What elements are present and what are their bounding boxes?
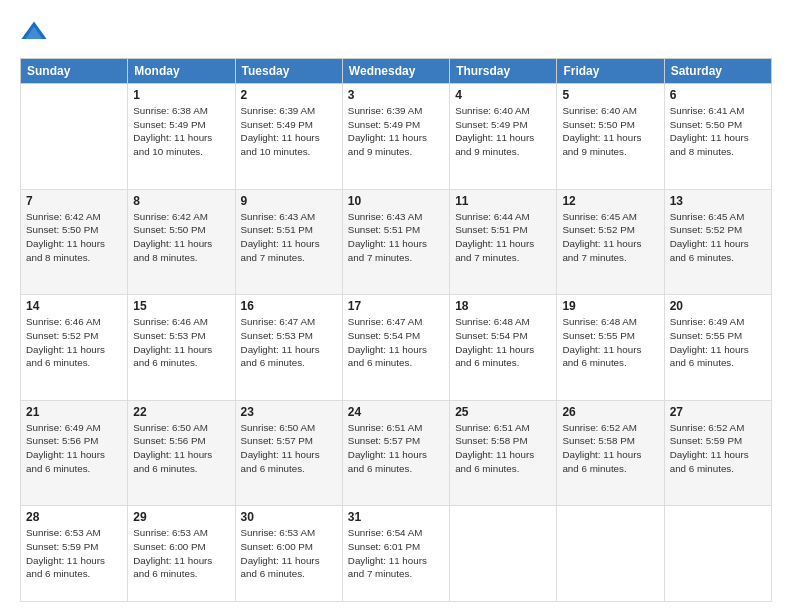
calendar-week-4: 21Sunrise: 6:49 AMSunset: 5:56 PMDayligh… [21,400,772,506]
day-number: 7 [26,194,122,208]
cell-info: Sunrise: 6:53 AMSunset: 6:00 PMDaylight:… [133,526,229,581]
cell-info: Sunrise: 6:49 AMSunset: 5:56 PMDaylight:… [26,421,122,476]
cell-info: Sunrise: 6:41 AMSunset: 5:50 PMDaylight:… [670,104,766,159]
calendar-cell: 22Sunrise: 6:50 AMSunset: 5:56 PMDayligh… [128,400,235,506]
calendar-cell: 8Sunrise: 6:42 AMSunset: 5:50 PMDaylight… [128,189,235,295]
day-number: 17 [348,299,444,313]
generalblue-icon [20,18,48,46]
calendar-cell: 15Sunrise: 6:46 AMSunset: 5:53 PMDayligh… [128,295,235,401]
calendar-cell: 25Sunrise: 6:51 AMSunset: 5:58 PMDayligh… [450,400,557,506]
cell-info: Sunrise: 6:39 AMSunset: 5:49 PMDaylight:… [348,104,444,159]
calendar-week-2: 7Sunrise: 6:42 AMSunset: 5:50 PMDaylight… [21,189,772,295]
cell-info: Sunrise: 6:53 AMSunset: 6:00 PMDaylight:… [241,526,337,581]
day-number: 21 [26,405,122,419]
day-number: 9 [241,194,337,208]
calendar-cell: 3Sunrise: 6:39 AMSunset: 5:49 PMDaylight… [342,84,449,190]
day-number: 23 [241,405,337,419]
day-number: 3 [348,88,444,102]
cell-info: Sunrise: 6:45 AMSunset: 5:52 PMDaylight:… [562,210,658,265]
cell-info: Sunrise: 6:42 AMSunset: 5:50 PMDaylight:… [133,210,229,265]
calendar-week-1: 1Sunrise: 6:38 AMSunset: 5:49 PMDaylight… [21,84,772,190]
calendar-cell [21,84,128,190]
calendar-cell: 5Sunrise: 6:40 AMSunset: 5:50 PMDaylight… [557,84,664,190]
calendar-cell: 20Sunrise: 6:49 AMSunset: 5:55 PMDayligh… [664,295,771,401]
day-number: 6 [670,88,766,102]
calendar-cell: 31Sunrise: 6:54 AMSunset: 6:01 PMDayligh… [342,506,449,602]
cell-info: Sunrise: 6:51 AMSunset: 5:57 PMDaylight:… [348,421,444,476]
calendar-cell: 27Sunrise: 6:52 AMSunset: 5:59 PMDayligh… [664,400,771,506]
day-number: 10 [348,194,444,208]
cell-info: Sunrise: 6:47 AMSunset: 5:54 PMDaylight:… [348,315,444,370]
day-number: 5 [562,88,658,102]
cell-info: Sunrise: 6:44 AMSunset: 5:51 PMDaylight:… [455,210,551,265]
calendar: SundayMondayTuesdayWednesdayThursdayFrid… [20,58,772,602]
calendar-cell: 18Sunrise: 6:48 AMSunset: 5:54 PMDayligh… [450,295,557,401]
cell-info: Sunrise: 6:50 AMSunset: 5:57 PMDaylight:… [241,421,337,476]
day-number: 20 [670,299,766,313]
calendar-cell [557,506,664,602]
cell-info: Sunrise: 6:40 AMSunset: 5:50 PMDaylight:… [562,104,658,159]
calendar-cell: 14Sunrise: 6:46 AMSunset: 5:52 PMDayligh… [21,295,128,401]
weekday-header-thursday: Thursday [450,59,557,84]
day-number: 2 [241,88,337,102]
day-number: 26 [562,405,658,419]
cell-info: Sunrise: 6:46 AMSunset: 5:52 PMDaylight:… [26,315,122,370]
day-number: 14 [26,299,122,313]
weekday-header-row: SundayMondayTuesdayWednesdayThursdayFrid… [21,59,772,84]
calendar-cell: 23Sunrise: 6:50 AMSunset: 5:57 PMDayligh… [235,400,342,506]
calendar-cell: 9Sunrise: 6:43 AMSunset: 5:51 PMDaylight… [235,189,342,295]
weekday-header-monday: Monday [128,59,235,84]
cell-info: Sunrise: 6:54 AMSunset: 6:01 PMDaylight:… [348,526,444,581]
day-number: 1 [133,88,229,102]
calendar-week-3: 14Sunrise: 6:46 AMSunset: 5:52 PMDayligh… [21,295,772,401]
weekday-header-sunday: Sunday [21,59,128,84]
day-number: 18 [455,299,551,313]
cell-info: Sunrise: 6:52 AMSunset: 5:58 PMDaylight:… [562,421,658,476]
cell-info: Sunrise: 6:43 AMSunset: 5:51 PMDaylight:… [241,210,337,265]
day-number: 27 [670,405,766,419]
cell-info: Sunrise: 6:53 AMSunset: 5:59 PMDaylight:… [26,526,122,581]
day-number: 31 [348,510,444,524]
calendar-cell: 29Sunrise: 6:53 AMSunset: 6:00 PMDayligh… [128,506,235,602]
logo [20,18,52,46]
calendar-cell: 13Sunrise: 6:45 AMSunset: 5:52 PMDayligh… [664,189,771,295]
page: SundayMondayTuesdayWednesdayThursdayFrid… [0,0,792,612]
cell-info: Sunrise: 6:49 AMSunset: 5:55 PMDaylight:… [670,315,766,370]
calendar-cell: 7Sunrise: 6:42 AMSunset: 5:50 PMDaylight… [21,189,128,295]
header [20,18,772,46]
calendar-cell: 28Sunrise: 6:53 AMSunset: 5:59 PMDayligh… [21,506,128,602]
calendar-cell: 30Sunrise: 6:53 AMSunset: 6:00 PMDayligh… [235,506,342,602]
day-number: 8 [133,194,229,208]
cell-info: Sunrise: 6:48 AMSunset: 5:55 PMDaylight:… [562,315,658,370]
calendar-cell: 11Sunrise: 6:44 AMSunset: 5:51 PMDayligh… [450,189,557,295]
weekday-header-wednesday: Wednesday [342,59,449,84]
cell-info: Sunrise: 6:52 AMSunset: 5:59 PMDaylight:… [670,421,766,476]
cell-info: Sunrise: 6:51 AMSunset: 5:58 PMDaylight:… [455,421,551,476]
calendar-cell: 16Sunrise: 6:47 AMSunset: 5:53 PMDayligh… [235,295,342,401]
calendar-cell [450,506,557,602]
calendar-cell: 6Sunrise: 6:41 AMSunset: 5:50 PMDaylight… [664,84,771,190]
calendar-cell: 2Sunrise: 6:39 AMSunset: 5:49 PMDaylight… [235,84,342,190]
weekday-header-tuesday: Tuesday [235,59,342,84]
day-number: 30 [241,510,337,524]
calendar-cell: 4Sunrise: 6:40 AMSunset: 5:49 PMDaylight… [450,84,557,190]
calendar-cell: 24Sunrise: 6:51 AMSunset: 5:57 PMDayligh… [342,400,449,506]
day-number: 28 [26,510,122,524]
day-number: 25 [455,405,551,419]
cell-info: Sunrise: 6:39 AMSunset: 5:49 PMDaylight:… [241,104,337,159]
cell-info: Sunrise: 6:43 AMSunset: 5:51 PMDaylight:… [348,210,444,265]
cell-info: Sunrise: 6:40 AMSunset: 5:49 PMDaylight:… [455,104,551,159]
cell-info: Sunrise: 6:38 AMSunset: 5:49 PMDaylight:… [133,104,229,159]
day-number: 22 [133,405,229,419]
calendar-week-5: 28Sunrise: 6:53 AMSunset: 5:59 PMDayligh… [21,506,772,602]
day-number: 29 [133,510,229,524]
calendar-cell: 12Sunrise: 6:45 AMSunset: 5:52 PMDayligh… [557,189,664,295]
day-number: 24 [348,405,444,419]
calendar-cell [664,506,771,602]
weekday-header-saturday: Saturday [664,59,771,84]
cell-info: Sunrise: 6:42 AMSunset: 5:50 PMDaylight:… [26,210,122,265]
cell-info: Sunrise: 6:50 AMSunset: 5:56 PMDaylight:… [133,421,229,476]
calendar-cell: 1Sunrise: 6:38 AMSunset: 5:49 PMDaylight… [128,84,235,190]
cell-info: Sunrise: 6:45 AMSunset: 5:52 PMDaylight:… [670,210,766,265]
day-number: 4 [455,88,551,102]
